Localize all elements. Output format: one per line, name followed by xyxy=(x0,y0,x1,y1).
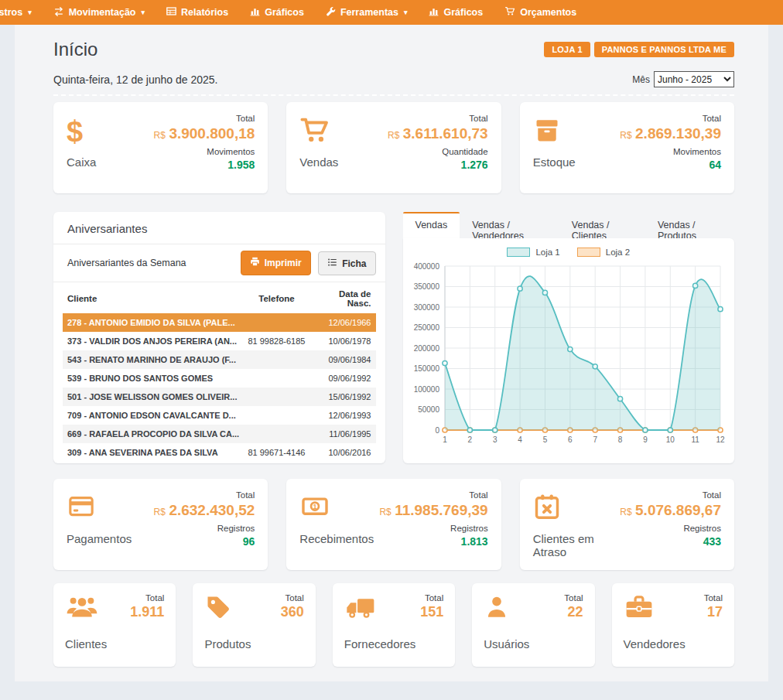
users-icon xyxy=(65,593,99,626)
chevron-down-icon: ▾ xyxy=(404,9,408,16)
ficha-button[interactable]: Ficha xyxy=(318,251,375,275)
total-value: 1.911 xyxy=(130,604,164,620)
wrench-icon xyxy=(326,6,336,19)
nav-item-cadastros[interactable]: Cadastros ▾ xyxy=(0,0,43,25)
sales-area-chart: 0500001000001500002000002500003000003500… xyxy=(411,260,727,450)
table-row[interactable]: 539 - BRUNO DOS SANTOS GOMES09/06/1992 xyxy=(63,369,376,388)
svg-text:9: 9 xyxy=(643,435,648,444)
bar-chart-icon xyxy=(250,6,260,19)
sub-value: 1.276 xyxy=(388,159,488,171)
table-icon xyxy=(166,6,176,19)
birthdays-panel: Aniversariantes Aniversariantes da Seman… xyxy=(53,212,385,463)
total-value: 22 xyxy=(564,604,583,620)
card-title: Pagamentos xyxy=(67,532,132,545)
month-select[interactable]: Junho - 2025 xyxy=(654,71,734,87)
svg-text:100000: 100000 xyxy=(413,385,439,394)
currency-prefix: R$ xyxy=(388,130,399,141)
legend-swatch-loja2 xyxy=(577,248,600,257)
chevron-down-icon: ▾ xyxy=(28,9,32,16)
tab-vendas[interactable]: Vendas xyxy=(403,212,460,238)
svg-text:10: 10 xyxy=(665,435,675,444)
current-date: Quinta-feira, 12 de junho de 2025. xyxy=(53,73,218,86)
print-button[interactable]: Imprimir xyxy=(241,251,311,275)
svg-text:0: 0 xyxy=(435,426,439,435)
svg-text:150000: 150000 xyxy=(413,364,439,373)
svg-text:8: 8 xyxy=(618,435,623,444)
total-value: 3.611.610,73 xyxy=(403,125,488,142)
total-label: Total xyxy=(564,593,583,603)
nav-item-label: Gráficos xyxy=(443,7,483,18)
card-title: Produtos xyxy=(204,637,303,657)
table-row[interactable]: 278 - ANTONIO EMIDIO DA SILVA (PALE...12… xyxy=(63,313,376,332)
sub-value: 64 xyxy=(620,159,721,171)
truck-icon xyxy=(344,593,377,624)
currency-prefix: R$ xyxy=(379,507,391,517)
nav-item-orcamentos[interactable]: Orçamentos xyxy=(494,0,587,25)
card-title: Clientes xyxy=(65,637,164,657)
tab-vendas-clientes[interactable]: Vendas / Clientes xyxy=(559,212,645,238)
card-title: Estoque xyxy=(533,155,576,169)
list-icon xyxy=(327,258,337,269)
nav-item-label: Relatórios xyxy=(181,7,228,18)
legend-swatch-loja1 xyxy=(507,248,530,257)
svg-text:4: 4 xyxy=(518,435,522,444)
currency-prefix: R$ xyxy=(620,507,631,517)
chart-tabs: Vendas Vendas / Vendedores Vendas / Clie… xyxy=(403,212,735,238)
print-button-label: Imprimir xyxy=(265,258,302,268)
main-content: Início LOJA 1 PANNOS E PANNOS LTDA ME Qu… xyxy=(15,25,768,681)
legend-label: Loja 1 xyxy=(535,248,559,257)
nav-item-graficos-1[interactable]: Gráficos xyxy=(239,0,315,25)
shopping-cart-icon xyxy=(299,115,330,148)
nav-item-label: Gráficos xyxy=(265,7,304,18)
vendedores-card: Total 17 Vendedores xyxy=(612,583,734,667)
estoque-card: Estoque Total R$ 2.869.130,39 Movimentos… xyxy=(520,102,734,193)
sales-chart-panel: Vendas Vendas / Vendedores Vendas / Clie… xyxy=(403,212,735,463)
exchange-icon xyxy=(53,6,64,19)
table-row[interactable]: 309 - ANA SEVERINA PAES DA SILVA81 99671… xyxy=(63,443,376,462)
nav-item-graficos-2[interactable]: Gráficos xyxy=(418,0,494,25)
card-title: Recebimentos xyxy=(299,532,374,545)
sub-value: 96 xyxy=(154,535,255,548)
nav-item-movimentacao[interactable]: Movimentação ▾ xyxy=(43,0,156,25)
sub-label: Movimentos xyxy=(620,147,721,156)
nav-item-relatorios[interactable]: Relatórios xyxy=(156,0,239,25)
svg-text:3: 3 xyxy=(493,435,497,444)
svg-text:300000: 300000 xyxy=(413,303,439,312)
svg-text:5: 5 xyxy=(542,435,547,444)
caixa-card: $ Caixa Total R$ 3.900.800,18 Movimentos… xyxy=(53,102,268,193)
svg-text:350000: 350000 xyxy=(413,282,439,291)
table-row[interactable]: 543 - RENATO MARINHO DE ARAUJO (F...09/0… xyxy=(63,350,376,369)
vendas-card: Vendas Total R$ 3.611.610,73 Quantidade … xyxy=(286,102,501,193)
total-label: Total xyxy=(420,593,443,603)
total-value: 3.900.800,18 xyxy=(169,125,255,142)
total-label: Total xyxy=(388,114,488,123)
bar-chart-icon xyxy=(429,6,439,19)
birthdays-table: Cliente Telefone Data de Nasc. 278 - ANT… xyxy=(63,284,376,462)
chevron-down-icon: ▾ xyxy=(142,9,145,16)
tab-vendas-produtos[interactable]: Vendas / Produtos xyxy=(645,212,734,238)
total-value: 151 xyxy=(420,604,443,620)
table-row[interactable]: 669 - RAFAELA PROCOPIO DA SILVA CA...11/… xyxy=(63,425,376,443)
card-title: Vendedores xyxy=(624,637,723,657)
table-row[interactable]: 373 - VALDIR DOS ANJOS PEREIRA (AN...81 … xyxy=(63,332,376,350)
month-label: Mês xyxy=(632,74,650,85)
currency-prefix: R$ xyxy=(154,507,166,517)
ficha-button-label: Ficha xyxy=(342,258,366,269)
tag-icon xyxy=(204,593,232,624)
svg-text:2: 2 xyxy=(467,435,472,444)
total-label: Total xyxy=(620,490,721,500)
nav-item-ferramentas[interactable]: Ferramentas ▾ xyxy=(315,0,419,25)
total-label: Total xyxy=(379,490,487,500)
table-row[interactable]: 709 - ANTONIO EDSON CAVALCANTE D...12/06… xyxy=(63,406,376,425)
sub-value: 1.813 xyxy=(379,535,487,548)
sub-label: Registros xyxy=(620,524,721,533)
panel-title: Aniversariantes xyxy=(53,212,385,244)
table-row[interactable]: 501 - JOSE WELISSON GOMES OLIVEIR...15/0… xyxy=(63,388,376,406)
card-title: Clientes em Atraso xyxy=(533,532,621,558)
column-header-cliente: Cliente xyxy=(63,284,241,313)
clientes-atraso-card: Clientes em Atraso Total R$ 5.076.869,67… xyxy=(520,479,734,570)
tab-vendas-vendedores[interactable]: Vendas / Vendedores xyxy=(460,212,559,238)
total-label: Total xyxy=(130,593,164,603)
chart-legend: Loja 1 Loja 2 xyxy=(409,248,729,257)
clientes-card: Total 1.911 Clientes xyxy=(53,583,176,667)
